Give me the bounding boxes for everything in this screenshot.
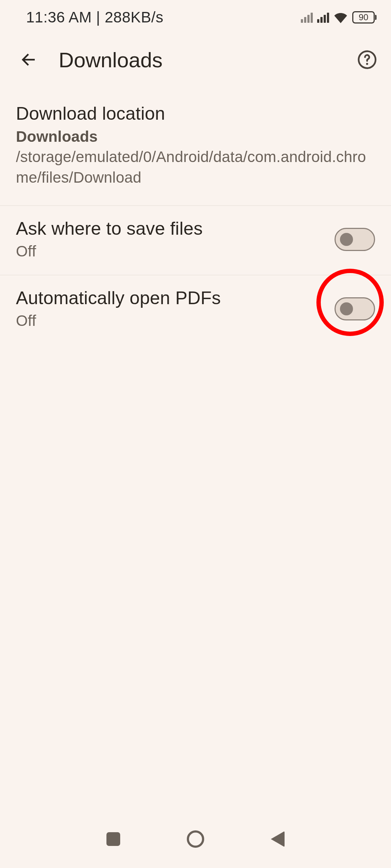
status-time: 11:36 AM | 288KB/s xyxy=(26,9,163,26)
ask-where-title: Ask where to save files xyxy=(16,217,324,240)
signal-weak-icon xyxy=(301,12,313,23)
svg-point-1 xyxy=(366,63,368,65)
signal-strong-icon xyxy=(317,12,329,23)
help-button[interactable] xyxy=(354,47,380,73)
auto-open-pdfs-status: Off xyxy=(16,311,324,331)
ask-where-toggle[interactable] xyxy=(335,228,375,251)
auto-open-pdfs-toggle[interactable] xyxy=(335,297,375,320)
home-button[interactable] xyxy=(181,825,210,854)
back-nav-button[interactable] xyxy=(263,825,292,854)
square-icon xyxy=(106,832,120,846)
battery-level: 90 xyxy=(352,11,375,24)
app-bar: Downloads xyxy=(0,34,391,85)
download-location-title: Download location xyxy=(16,102,375,125)
back-button[interactable] xyxy=(15,47,41,73)
battery-icon: 90 xyxy=(352,11,377,24)
recents-button[interactable] xyxy=(99,825,128,854)
ask-where-row[interactable]: Ask where to save files Off xyxy=(0,206,391,275)
system-nav-bar xyxy=(0,821,391,857)
arrow-left-icon xyxy=(18,50,38,69)
auto-open-pdfs-row[interactable]: Automatically open PDFs Off xyxy=(0,275,391,344)
wifi-icon xyxy=(333,12,348,23)
help-circle-icon xyxy=(357,50,377,70)
toggle-knob-icon xyxy=(340,302,353,315)
circle-icon xyxy=(187,830,204,848)
status-bar: 11:36 AM | 288KB/s 90 xyxy=(0,0,391,34)
settings-list: Download location Downloads /storage/emu… xyxy=(0,85,391,344)
auto-open-pdfs-title: Automatically open PDFs xyxy=(16,287,324,310)
status-indicators: 90 xyxy=(301,11,377,24)
ask-where-status: Off xyxy=(16,241,324,262)
download-location-row[interactable]: Download location Downloads /storage/emu… xyxy=(0,96,391,206)
download-location-path: Downloads /storage/emulated/0/Android/da… xyxy=(16,127,375,188)
toggle-knob-icon xyxy=(340,233,353,246)
triangle-left-icon xyxy=(271,831,285,847)
page-title: Downloads xyxy=(59,48,354,72)
